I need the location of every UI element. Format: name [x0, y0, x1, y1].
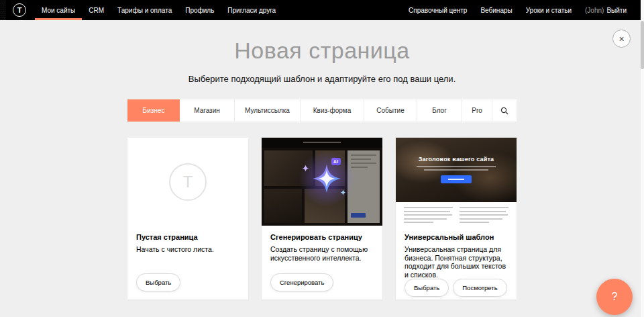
generate-button[interactable]: Сгенерировать — [270, 273, 333, 291]
template-grid: T Пустая страница Начать с чистого листа… — [127, 138, 517, 300]
card-actions: Выбрать Посмотреть — [405, 279, 508, 297]
tilda-logo-watermark: T — [169, 163, 207, 201]
preview-universal-button[interactable]: Посмотреть — [453, 279, 506, 297]
preview-heading: Заголовок вашего сайта — [396, 156, 517, 163]
tab-business[interactable]: Бизнес — [127, 99, 180, 122]
card-actions: Выбрать — [136, 273, 239, 291]
sparkle-icon — [340, 189, 346, 195]
tilda-watermark-letter: T — [183, 173, 193, 191]
tilda-logo[interactable]: T — [13, 3, 26, 17]
logout-label: Выйти — [606, 7, 627, 14]
card-title: Пустая страница — [136, 233, 239, 241]
preview-subtitle-lines — [396, 166, 517, 171]
nav-help-center[interactable]: Справочный центр — [402, 0, 474, 20]
preview-hero: Заголовок вашего сайта — [396, 138, 517, 202]
tab-search[interactable] — [492, 99, 517, 122]
main-nav: Мои сайты CRM Тарифы и оплата Профиль Пр… — [35, 0, 282, 20]
nav-webinars[interactable]: Вебинары — [474, 0, 519, 20]
card-title: Сгенерировать страницу — [270, 233, 374, 241]
tilda-logo-letter: T — [17, 6, 22, 14]
tab-blog[interactable]: Блог — [417, 99, 462, 122]
blank-page-preview: T — [127, 138, 248, 226]
tab-event[interactable]: Событие — [364, 99, 417, 122]
page-title: Новая страница — [0, 38, 644, 64]
tab-shop[interactable]: Магазин — [180, 99, 235, 122]
tab-pro[interactable]: Pro — [462, 99, 492, 122]
nav-tariffs[interactable]: Тарифы и оплата — [111, 0, 178, 20]
template-card-blank[interactable]: T Пустая страница Начать с чистого листа… — [127, 138, 248, 300]
help-button[interactable]: ? — [596, 279, 633, 315]
tab-multilink[interactable]: Мультиссылка — [235, 99, 301, 122]
select-universal-button[interactable]: Выбрать — [405, 279, 449, 297]
nav-my-sites[interactable]: Мои сайты — [35, 0, 82, 20]
card-description: Начать с чистого листа. — [136, 245, 239, 254]
universal-template-preview: Заголовок вашего сайта — [396, 138, 517, 226]
card-description: Универсальная страница для бизнеса. Поня… — [405, 245, 508, 279]
nav-crm[interactable]: CRM — [82, 0, 111, 20]
select-blank-button[interactable]: Выбрать — [136, 273, 180, 291]
template-card-generate[interactable]: AI Сгенерировать страницу Создать страни… — [262, 138, 382, 300]
nav-invite-friend[interactable]: Пригласи друга — [221, 0, 282, 20]
template-category-tabs: Бизнес Магазин Мультиссылка Квиз-форма С… — [127, 99, 517, 122]
search-icon — [500, 107, 508, 115]
scrollbar-thumb[interactable] — [641, 21, 644, 69]
topbar: T Мои сайты CRM Тарифы и оплата Профиль … — [0, 0, 644, 20]
preview-cta-button — [441, 175, 472, 183]
card-actions: Сгенерировать — [270, 273, 374, 291]
page-subtitle: Выберите подходящий шаблон и адаптируйте… — [0, 74, 644, 84]
ai-badge: AI — [331, 158, 341, 165]
sparkle-icon — [302, 165, 309, 172]
nav-profile[interactable]: Профиль — [178, 0, 221, 20]
drag-handle-pattern — [0, 0, 7, 20]
template-card-universal[interactable]: Заголовок вашего сайта Универсальный шаб… — [396, 138, 517, 300]
account-logout[interactable]: (John) Выйти — [578, 0, 633, 20]
card-body: Универсальный шаблон Универсальная стран… — [396, 226, 517, 300]
card-body: Сгенерировать страницу Создать страницу … — [262, 226, 382, 300]
new-page-dialog: × Новая страница Выберите подходящий шаб… — [0, 20, 644, 317]
preview-text-block — [396, 202, 517, 226]
nav-lessons[interactable]: Уроки и статьи — [519, 0, 578, 20]
account-name: (John) — [585, 7, 604, 14]
card-title: Универсальный шаблон — [405, 233, 508, 241]
secondary-nav: Справочный центр Вебинары Уроки и статьи… — [402, 0, 644, 20]
scrollbar-track[interactable] — [641, 0, 644, 317]
card-description: Создать страницу с помощью искусственног… — [270, 245, 374, 262]
ai-generate-preview: AI — [262, 138, 382, 226]
tab-quiz[interactable]: Квиз-форма — [301, 99, 364, 122]
ai-star-icon — [311, 163, 342, 194]
card-body: Пустая страница Начать с чистого листа. … — [127, 226, 248, 300]
close-button[interactable]: × — [612, 30, 631, 48]
